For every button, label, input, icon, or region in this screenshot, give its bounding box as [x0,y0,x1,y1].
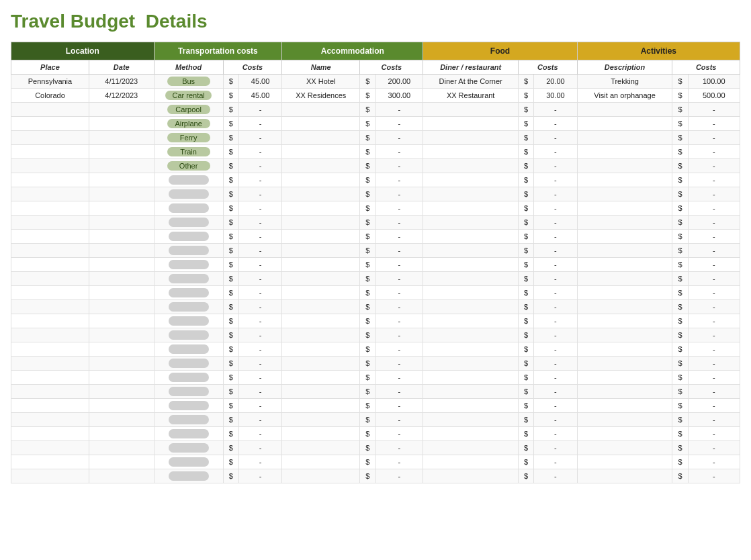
cell-food-rest [423,103,519,117]
cell-place [11,244,89,258]
cell-act-cost: - [688,427,740,441]
cell-trans-dollar: $ [223,272,238,286]
cell-place: Colorado [11,89,89,103]
cell-trans-dollar: $ [223,328,238,342]
cell-acc-dollar: $ [360,469,376,483]
cell-date [89,187,154,201]
cell-place: Pennsylvania [11,75,89,89]
cell-place [11,230,89,244]
cell-food-rest [423,427,519,441]
cell-place [11,173,89,187]
cell-acc-dollar: $ [360,427,376,441]
cell-act-cost: - [688,342,740,357]
cell-place [11,286,89,300]
cell-acc-cost: - [376,342,423,357]
cell-act-desc: Visit an orphanage [577,89,672,103]
cell-method [154,427,223,441]
cell-acc-name [282,427,360,441]
cell-food-cost: - [534,272,577,286]
cell-act-cost: - [688,357,740,371]
cell-acc-name [282,244,360,258]
cell-acc-cost: - [376,357,423,371]
cell-food-dollar: $ [519,272,534,286]
cell-food-cost: - [534,328,577,342]
cell-trans-dollar: $ [223,89,238,103]
cell-food-rest [423,131,519,145]
cell-food-rest [423,159,519,173]
table-row: $-$-$-$- [11,469,740,483]
header-activities: Activities [577,42,740,60]
cell-act-cost: - [688,441,740,455]
cell-act-dollar: $ [672,230,688,244]
budget-table: Location Transportation costs Accommodat… [11,42,740,483]
cell-act-cost: - [688,385,740,399]
cell-act-cost: - [688,187,740,201]
cell-food-cost: - [534,173,577,187]
cell-act-dollar: $ [672,117,688,131]
table-row: $-$-$-$- [11,258,740,272]
cell-act-cost: 100.00 [688,75,740,89]
cell-food-dollar: $ [519,300,534,314]
cell-act-dollar: $ [672,89,688,103]
cell-act-dollar: $ [672,300,688,314]
cell-food-dollar: $ [519,342,534,357]
cell-date [89,159,154,173]
cell-date [89,342,154,357]
cell-acc-dollar: $ [360,371,376,385]
cell-act-cost: - [688,173,740,187]
cell-acc-name [282,258,360,272]
cell-acc-cost: - [376,258,423,272]
cell-food-dollar: $ [519,455,534,469]
table-row: $-$-$-$- [11,328,740,342]
cell-food-rest [423,455,519,469]
cell-act-desc [577,441,672,455]
cell-act-desc [577,131,672,145]
cell-food-rest [423,272,519,286]
table-row: Other$-$-$-$- [11,159,740,173]
cell-act-desc [577,455,672,469]
cell-act-desc [577,145,672,159]
cell-food-dollar: $ [519,230,534,244]
cell-food-dollar: $ [519,371,534,385]
cell-food-rest [423,286,519,300]
subheader-trans-costs: Costs [223,60,282,75]
cell-date [89,371,154,385]
cell-trans-cost: - [238,342,281,357]
cell-trans-cost: - [238,230,281,244]
cell-act-desc [577,286,672,300]
cell-food-rest [423,216,519,230]
cell-act-dollar: $ [672,216,688,230]
cell-food-dollar: $ [519,314,534,328]
cell-acc-cost: - [376,216,423,230]
cell-trans-cost: - [238,413,281,427]
cell-food-dollar: $ [519,75,534,89]
cell-trans-cost: - [238,145,281,159]
cell-act-cost: - [688,469,740,483]
cell-act-desc [577,173,672,187]
cell-place [11,258,89,272]
cell-method [154,216,223,230]
cell-acc-cost: - [376,314,423,328]
cell-method [154,187,223,201]
cell-food-dollar: $ [519,187,534,201]
cell-act-desc [577,399,672,413]
cell-acc-cost: - [376,244,423,258]
cell-acc-dollar: $ [360,441,376,455]
cell-acc-dollar: $ [360,244,376,258]
header-transport: Transportation costs [154,42,282,60]
cell-date [89,286,154,300]
cell-act-cost: - [688,103,740,117]
cell-acc-name [282,201,360,216]
cell-place [11,385,89,399]
cell-food-rest [423,385,519,399]
cell-acc-cost: - [376,300,423,314]
cell-act-cost: - [688,117,740,131]
table-row: $-$-$-$- [11,230,740,244]
cell-trans-cost: - [238,131,281,145]
cell-act-desc [577,187,672,201]
cell-acc-cost: - [376,455,423,469]
cell-method [154,385,223,399]
cell-place [11,187,89,201]
cell-acc-name [282,455,360,469]
cell-food-rest [423,300,519,314]
